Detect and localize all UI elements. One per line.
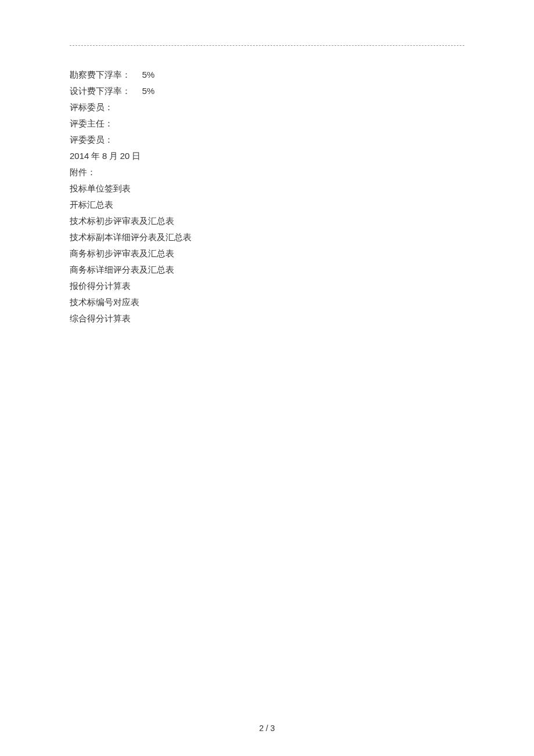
survey-rate-value: 5% <box>142 70 155 79</box>
attachment-item-text: 综合得分计算表 <box>70 314 131 323</box>
date-year: 2014 <box>70 151 89 161</box>
attachment-item-text: 商务标初步评审表及汇总表 <box>70 249 174 258</box>
date-month-cn: 月 <box>107 151 120 161</box>
survey-rate-label: 勘察费下浮率： <box>70 70 131 79</box>
survey-rate-line: 勘察费下浮率： 5% <box>70 67 464 83</box>
attachment-item: 投标单位签到表 <box>70 180 464 197</box>
top-border <box>70 45 464 46</box>
committee-director-label: 评委主任： <box>70 119 113 128</box>
date-day-cn: 日 <box>129 151 140 161</box>
date-line: 2014 年 8 月 20 日 <box>70 148 464 164</box>
attachment-item-text: 开标汇总表 <box>70 200 113 209</box>
date-day: 20 <box>120 151 130 161</box>
attachment-item: 商务标详细评分表及汇总表 <box>70 262 464 278</box>
attachment-item: 技术标副本详细评分表及汇总表 <box>70 229 464 245</box>
attachments-header-label: 附件： <box>70 168 96 177</box>
attachment-item-text: 投标单位签到表 <box>70 184 131 193</box>
page-number: 2 / 3 <box>0 724 534 733</box>
attachment-item-text: 技术标初步评审表及汇总表 <box>70 216 174 226</box>
attachment-item: 报价得分计算表 <box>70 278 464 294</box>
page-container: 勘察费下浮率： 5% 设计费下浮率： 5% 评标委员： 评委主任： 评委委员： … <box>0 0 534 327</box>
attachment-item: 综合得分计算表 <box>70 310 464 327</box>
attachments-header-line: 附件： <box>70 164 464 180</box>
committee-committee-line: 评委委员： <box>70 132 464 148</box>
committee-member-label: 评标委员： <box>70 103 113 112</box>
attachment-item-text: 商务标详细评分表及汇总表 <box>70 265 174 274</box>
attachment-item: 技术标初步评审表及汇总表 <box>70 213 464 229</box>
date-month: 8 <box>102 151 107 161</box>
attachment-item-text: 技术标编号对应表 <box>70 298 139 307</box>
committee-committee-label: 评委委员： <box>70 135 113 144</box>
design-rate-value: 5% <box>142 86 155 96</box>
design-rate-line: 设计费下浮率： 5% <box>70 83 464 99</box>
document-content: 勘察费下浮率： 5% 设计费下浮率： 5% 评标委员： 评委主任： 评委委员： … <box>70 67 464 327</box>
attachment-item: 开标汇总表 <box>70 197 464 213</box>
attachment-item: 技术标编号对应表 <box>70 294 464 310</box>
date-year-cn: 年 <box>89 151 102 161</box>
attachment-item-text: 报价得分计算表 <box>70 281 131 291</box>
page-number-text: 2 / 3 <box>259 724 275 733</box>
attachment-item: 商务标初步评审表及汇总表 <box>70 245 464 262</box>
committee-director-line: 评委主任： <box>70 115 464 132</box>
attachment-item-text: 技术标副本详细评分表及汇总表 <box>70 233 192 242</box>
committee-member-line: 评标委员： <box>70 99 464 115</box>
design-rate-label: 设计费下浮率： <box>70 86 131 96</box>
